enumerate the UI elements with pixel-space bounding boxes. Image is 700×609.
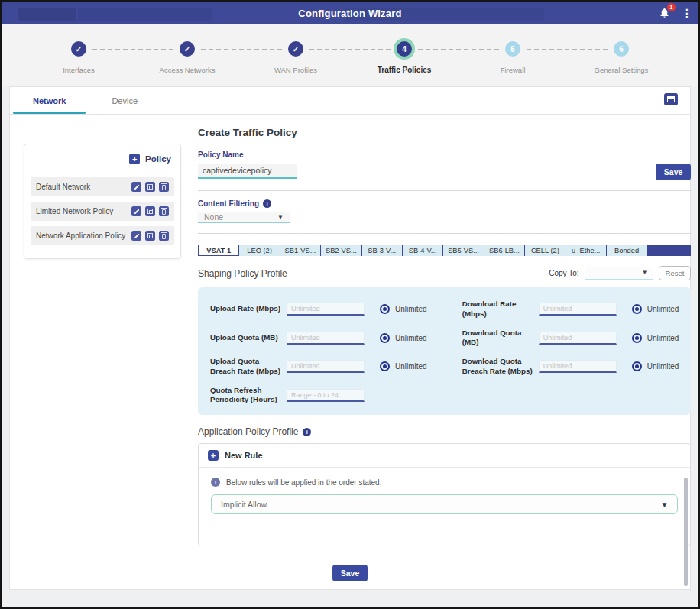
divider bbox=[198, 190, 691, 191]
application-rules-card: + New Rule i Below rules will be applied… bbox=[198, 443, 691, 546]
field-label: Download Quota (MB) bbox=[462, 329, 539, 347]
copy-to-select[interactable]: ▼ bbox=[585, 267, 653, 280]
reset-button[interactable]: Reset bbox=[659, 266, 692, 280]
upload-quota-breach-unlimited-radio[interactable]: Unlimited bbox=[380, 361, 427, 371]
form-title: Create Traffic Policy bbox=[198, 127, 691, 138]
info-icon[interactable]: i bbox=[303, 428, 311, 436]
policy-sidebar: + Policy Default Network Limited Network… bbox=[10, 115, 192, 546]
delete-policy-button[interactable] bbox=[159, 206, 169, 216]
field-label: Upload Quota (MB) bbox=[210, 333, 287, 342]
save-wizard-step-button[interactable]: Save bbox=[332, 565, 368, 581]
policy-list-item[interactable]: Network Application Policy bbox=[31, 226, 174, 245]
download-quota-field: Download Quota (MB) Unlimited bbox=[462, 329, 679, 347]
edit-policy-button[interactable] bbox=[131, 206, 141, 216]
copy-icon bbox=[147, 209, 153, 214]
kebab-menu-icon[interactable]: ⋮ bbox=[682, 8, 692, 18]
wan-tab-sb6[interactable]: SB6-LB... bbox=[484, 245, 524, 256]
wan-tab-sb4[interactable]: SB-4-V... bbox=[402, 245, 442, 256]
copy-policy-button[interactable] bbox=[145, 182, 155, 192]
download-quota-unlimited-radio[interactable]: Unlimited bbox=[632, 333, 679, 343]
check-icon: ✓ bbox=[288, 41, 303, 57]
add-policy-button[interactable]: + Policy bbox=[24, 144, 180, 172]
configuration-wizard-window: Configuration Wizard 1 ⋮ ✓ Interfaces ✓ … bbox=[0, 0, 700, 609]
wan-tab-leo[interactable]: LEO (2) bbox=[239, 245, 279, 256]
tab-device[interactable]: Device bbox=[89, 87, 160, 114]
wan-tabs-overflow-block[interactable] bbox=[647, 245, 691, 256]
delete-policy-button[interactable] bbox=[159, 182, 169, 192]
check-icon: ✓ bbox=[71, 41, 86, 57]
policy-name: Limited Network Policy bbox=[36, 207, 113, 215]
upload-quota-input[interactable] bbox=[287, 332, 365, 345]
wan-tab-vsat1[interactable]: VSAT 1 bbox=[198, 245, 239, 256]
pencil-icon bbox=[134, 184, 139, 190]
radio-label: Unlimited bbox=[647, 305, 679, 313]
upload-quota-breach-input[interactable] bbox=[287, 360, 365, 373]
wan-tab-sb2[interactable]: SB2-VS... bbox=[320, 245, 361, 256]
rule-order-info: Below rules will be applied in the order… bbox=[226, 478, 381, 487]
new-rule-button[interactable]: + New Rule bbox=[199, 444, 690, 468]
step-firewall[interactable]: 5 Firewall bbox=[459, 41, 567, 74]
wan-tab-cell[interactable]: CELL (2) bbox=[524, 245, 565, 256]
step-label: Firewall bbox=[501, 66, 526, 74]
wan-tab-sb1[interactable]: SB1-VS... bbox=[280, 245, 320, 256]
chevron-down-icon: ▼ bbox=[642, 269, 648, 276]
upload-quota-breach-field: Upload Quota Breach Rate (Mbps) Unlimite… bbox=[210, 357, 427, 375]
upload-rate-unlimited-radio[interactable]: Unlimited bbox=[380, 304, 427, 314]
delete-policy-button[interactable] bbox=[159, 231, 169, 241]
copy-policy-button[interactable] bbox=[145, 206, 155, 216]
copy-icon bbox=[147, 184, 153, 190]
edit-policy-button[interactable] bbox=[131, 182, 141, 192]
add-policy-label: Policy bbox=[145, 154, 171, 164]
notifications-button[interactable]: 1 bbox=[659, 7, 671, 19]
policy-list-item[interactable]: Default Network bbox=[31, 177, 174, 196]
step-access-networks[interactable]: ✓ Access Networks bbox=[133, 41, 241, 74]
download-quota-breach-input[interactable] bbox=[539, 360, 617, 373]
info-icon[interactable]: i bbox=[263, 199, 271, 208]
field-label: Upload Rate (Mbps) bbox=[210, 304, 287, 313]
page-title: Configuration Wizard bbox=[298, 8, 401, 19]
open-window-button[interactable] bbox=[664, 93, 678, 105]
wan-tab-bonded[interactable]: Bonded bbox=[606, 245, 647, 256]
wan-tab-sb5[interactable]: SB5-VS... bbox=[442, 245, 483, 256]
quota-refresh-input[interactable] bbox=[287, 389, 365, 402]
step-label: Traffic Policies bbox=[378, 66, 432, 74]
step-wan-profiles[interactable]: ✓ WAN Profiles bbox=[241, 41, 350, 74]
wan-tab-sb3[interactable]: SB-3-V... bbox=[361, 245, 402, 256]
policy-name-label: Policy Name bbox=[198, 151, 691, 159]
pencil-icon bbox=[134, 233, 139, 238]
wan-interface-tabs: VSAT 1 LEO (2) SB1-VS... SB2-VS... SB-3-… bbox=[198, 245, 691, 256]
policy-list-item[interactable]: Limited Network Policy bbox=[31, 202, 174, 221]
radio-label: Unlimited bbox=[395, 305, 427, 313]
rule-select[interactable]: Implicit Allow ▼ bbox=[211, 494, 678, 514]
policy-name-input[interactable] bbox=[198, 164, 297, 179]
upload-rate-field: Upload Rate (Mbps) Unlimited bbox=[210, 300, 427, 318]
content-filtering-select[interactable]: None ▼ bbox=[198, 212, 290, 223]
main-panel: Network Device + Policy Default Network bbox=[9, 86, 691, 590]
step-number: 5 bbox=[505, 41, 520, 57]
policy-list-card: + Policy Default Network Limited Network… bbox=[24, 144, 181, 259]
copy-to-label: Copy To: bbox=[549, 269, 578, 277]
radio-label: Unlimited bbox=[647, 362, 679, 371]
copy-policy-button[interactable] bbox=[145, 231, 155, 241]
upload-quota-unlimited-radio[interactable]: Unlimited bbox=[380, 333, 427, 343]
radio-selected-icon bbox=[380, 361, 390, 371]
tab-network[interactable]: Network bbox=[10, 87, 89, 114]
field-label: Upload Quota Breach Rate (Mbps) bbox=[210, 357, 287, 375]
header-artifact bbox=[78, 8, 212, 21]
upload-rate-input[interactable] bbox=[287, 303, 365, 316]
download-quota-input[interactable] bbox=[539, 332, 617, 345]
step-interfaces[interactable]: ✓ Interfaces bbox=[24, 41, 133, 74]
step-general-settings[interactable]: 6 General Settings bbox=[567, 41, 676, 74]
download-rate-unlimited-radio[interactable]: Unlimited bbox=[632, 304, 679, 314]
field-label: Download Rate (Mbps) bbox=[462, 300, 539, 318]
divider bbox=[198, 233, 691, 234]
radio-label: Unlimited bbox=[395, 362, 427, 371]
rules-scrollbar[interactable] bbox=[684, 478, 688, 586]
step-label: General Settings bbox=[595, 66, 649, 74]
wan-tab-ethernet[interactable]: u_Ethe... bbox=[566, 245, 606, 256]
step-traffic-policies[interactable]: 4 Traffic Policies bbox=[350, 41, 459, 74]
download-rate-input[interactable] bbox=[539, 303, 617, 316]
save-policy-button[interactable]: Save bbox=[656, 164, 692, 180]
download-quota-breach-unlimited-radio[interactable]: Unlimited bbox=[632, 361, 679, 371]
edit-policy-button[interactable] bbox=[131, 231, 141, 241]
